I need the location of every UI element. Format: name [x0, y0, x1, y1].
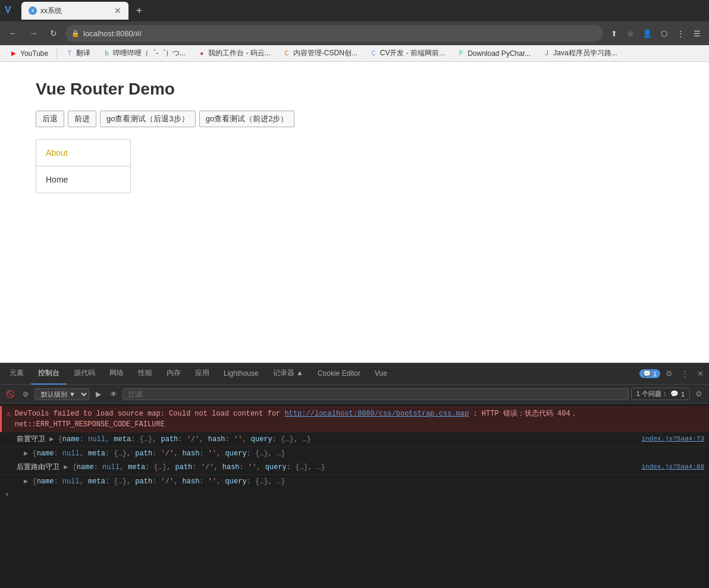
url-box[interactable]: 🔒 localhost:8080/#/	[65, 25, 603, 42]
back-nav-button[interactable]: 后退	[36, 111, 64, 127]
error-row: ⚠ DevTools failed to load source map: Co…	[0, 406, 709, 432]
error-icon: ⚠	[7, 409, 11, 419]
bookmark-item[interactable]: b 哔哩哔哩（゜-゜）つ...	[98, 47, 190, 59]
eye-icon[interactable]: 👁	[107, 388, 120, 401]
guard-label: 前置守卫	[17, 435, 49, 444]
code-text-expand-2: {name: null, meta: {…}, path: '/', hash:…	[32, 477, 285, 486]
tab-sources[interactable]: 源代码	[67, 363, 102, 385]
home-link[interactable]: Home	[36, 166, 130, 193]
guard-label-2: 后置路由守卫	[17, 463, 64, 471]
pycharm-icon: P	[457, 49, 465, 58]
bookmark-item[interactable]: T 翻译	[61, 47, 95, 59]
expand-arrow-2[interactable]: ▶	[64, 463, 68, 471]
tab-application[interactable]: 应用	[188, 363, 217, 385]
bookmark-item[interactable]: ● 我的工作台 - 码云...	[193, 47, 275, 59]
bilibili-icon: b	[102, 49, 111, 58]
bookmark-label: 翻译	[76, 48, 90, 58]
expand-arrow-2b[interactable]: ▶	[24, 477, 28, 486]
new-tab-button[interactable]: +	[131, 2, 148, 19]
source-link-2[interactable]: index.js?5aa4:88	[634, 462, 704, 472]
expand-content-2: ▶ {name: null, meta: {…}, path: '/', has…	[24, 476, 285, 487]
expand-arrow-1[interactable]: ▶	[49, 435, 54, 444]
bookmarks-bar: ▶ YouTube T 翻译 b 哔哩哔哩（゜-゜）つ... ● 我的工作台 -…	[0, 45, 709, 62]
issues-badge[interactable]: 1 个问题： 💬 1	[631, 388, 690, 400]
page-content: Vue Router Demo 后退 前进 go查看测试（后退3步） go查看测…	[0, 62, 709, 363]
more-devtools-icon[interactable]: ⋮	[678, 367, 691, 381]
url-text: localhost:8080/#/	[83, 29, 142, 38]
bookmark-item[interactable]: ▶ YouTube	[5, 48, 53, 59]
gitee-icon: ●	[197, 49, 206, 58]
menu-icon[interactable]: ☰	[690, 26, 704, 40]
secure-icon: 🔒	[71, 30, 80, 37]
reload-button[interactable]: ↻	[45, 25, 62, 42]
settings-icon[interactable]: ⚙	[663, 367, 676, 381]
extension-icon[interactable]: ⬡	[657, 26, 671, 40]
message-icon-sm: 💬	[670, 390, 679, 398]
console-cursor-line[interactable]: ›	[0, 488, 709, 501]
toggle-icon[interactable]: ▶	[92, 388, 105, 401]
profile-icon[interactable]: 👤	[640, 26, 654, 40]
console-filter-input[interactable]	[123, 388, 629, 400]
tab-console[interactable]: 控制台	[31, 363, 67, 385]
expand-row-2: ▶ {name: null, meta: {…}, path: '/', has…	[0, 475, 709, 488]
tab-favicon: x	[29, 7, 37, 15]
go-forward-button[interactable]: go查看测试（前进2步）	[199, 111, 295, 127]
csdn-icon: C	[283, 49, 291, 58]
bookmark-label: YouTube	[20, 49, 48, 58]
clear-console-icon[interactable]: 🚫	[4, 388, 17, 401]
console-row-left-2: 后置路由守卫 ▶ {name: null, meta: {…}, path: '…	[17, 462, 634, 473]
devtools-tabs: 元素 控制台 源代码 网络 性能 内存 应用 Lighthouse 记录器 ▲ …	[0, 363, 709, 385]
error-text: DevTools failed to load source map: Coul…	[15, 408, 704, 430]
log-level-select[interactable]: 默认级别 ▼	[34, 388, 89, 400]
cv-icon: C	[369, 49, 378, 58]
close-devtools-icon[interactable]: ✕	[694, 367, 707, 381]
tab-lighthouse[interactable]: Lighthouse	[217, 363, 266, 385]
devtools-settings-icon[interactable]: ⚙	[692, 388, 705, 401]
back-button[interactable]: ←	[5, 25, 21, 42]
console-row-guard1: 前置守卫 ▶ {name: null, meta: {…}, path: '/'…	[0, 432, 709, 447]
error-link[interactable]: http://localhost:8080/css/bootstrap.css.…	[285, 410, 469, 418]
bookmark-label: CV开发 - 前端网前...	[380, 48, 445, 58]
message-icon: 💬	[643, 370, 651, 378]
bookmark-label: Download PyChar...	[468, 49, 531, 58]
bookmark-item[interactable]: J Java程序员学习路...	[538, 47, 622, 59]
block-icon[interactable]: ⊘	[19, 388, 32, 401]
tab-close-button[interactable]: ✕	[114, 6, 121, 15]
tab-recorder[interactable]: 记录器 ▲	[266, 363, 310, 385]
devtools-tab-right: 💬 1 ⚙ ⋮ ✕	[639, 367, 707, 381]
tab-memory[interactable]: 内存	[159, 363, 188, 385]
tab-performance[interactable]: 性能	[131, 363, 159, 385]
cursor-caret: ›	[5, 490, 9, 499]
forward-button[interactable]: →	[25, 25, 42, 42]
code-text: {name: null, meta: {…}, path: '/', hash:…	[58, 435, 311, 444]
bookmark-label: Java程序员学习路...	[553, 48, 617, 58]
go-back-button[interactable]: go查看测试（后退3步）	[100, 111, 196, 127]
expand-arrow-1b[interactable]: ▶	[24, 449, 28, 458]
bookmark-item[interactable]: C CV开发 - 前端网前...	[365, 47, 450, 59]
tab-network[interactable]: 网络	[102, 363, 131, 385]
share-icon[interactable]: ⬆	[607, 26, 621, 40]
bookmark-icon[interactable]: ☆	[623, 26, 638, 40]
forward-nav-button[interactable]: 前进	[68, 111, 96, 127]
tab-elements[interactable]: 元素	[2, 363, 31, 385]
bookmark-item[interactable]: C 内容管理-CSDN创...	[278, 47, 362, 59]
source-link-1[interactable]: index.js?5aa4:73	[634, 434, 704, 444]
bookmark-divider	[57, 48, 57, 59]
tab-vue[interactable]: Vue	[368, 363, 394, 385]
badge-count: 1	[653, 370, 657, 378]
about-link[interactable]: About	[36, 140, 130, 166]
more-icon[interactable]: ⋮	[673, 26, 688, 40]
issues-count: 1	[681, 391, 685, 398]
code-text-expand: {name: null, meta: {…}, path: '/', hash:…	[32, 449, 285, 458]
tab-cookie-editor[interactable]: Cookie Editor	[310, 363, 368, 385]
address-bar: ← → ↻ 🔒 localhost:8080/#/ ⬆ ☆ 👤 ⬡ ⋮ ☰	[0, 21, 709, 45]
expand-content-1: ▶ {name: null, meta: {…}, path: '/', has…	[24, 448, 285, 459]
router-nav: About Home	[36, 139, 131, 193]
code-text-2: {name: null, meta: {…}, path: '/', hash:…	[73, 463, 325, 471]
bookmark-item[interactable]: P Download PyChar...	[452, 48, 535, 59]
bookmark-label: 哔哩哔哩（゜-゜）つ...	[113, 48, 186, 58]
active-tab[interactable]: x xx系统 ✕	[21, 2, 128, 20]
devtools-panel: 元素 控制台 源代码 网络 性能 内存 应用 Lighthouse 记录器 ▲ …	[0, 363, 709, 588]
browser-chrome: V x xx系统 ✕ + ← → ↻ 🔒 localhost:8080/#/ ⬆…	[0, 0, 709, 62]
bookmark-label: 我的工作台 - 码云...	[208, 48, 271, 58]
